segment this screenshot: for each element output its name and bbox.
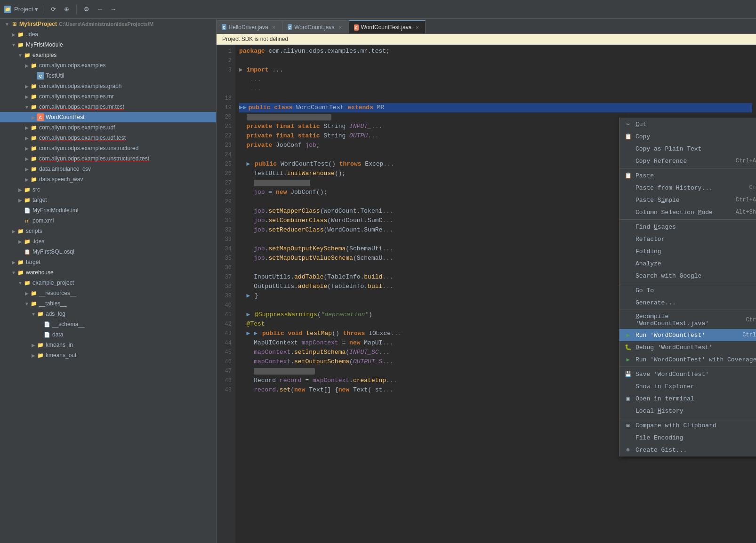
sidebar-item-ambulance[interactable]: ▶ 📁 data.ambulance_csv bbox=[0, 164, 216, 174]
tab-hello-close[interactable]: × bbox=[271, 24, 277, 31]
sidebar-item-examples-unstructured[interactable]: ▶ 📁 com.aliyun.odps.examples.unstructure… bbox=[0, 143, 216, 153]
sidebar-item-example-project[interactable]: ▼ 📁 example_project bbox=[0, 278, 216, 288]
cm-item-folding[interactable]: Folding ▶ bbox=[619, 245, 756, 257]
run-coverage-icon: ▶ bbox=[624, 356, 632, 363]
cm-item-run[interactable]: ▶ Run 'WordCountTest' Ctrl+Shift+F10 bbox=[619, 329, 756, 341]
cm-sep-2 bbox=[619, 219, 756, 220]
sidebar-item-examples-base[interactable]: ▶ 📁 com.aliyun.odps.examples bbox=[0, 60, 216, 71]
cm-item-save[interactable]: 💾 Save 'WordCountTest' bbox=[619, 368, 756, 380]
arrow-wordcounttest: ▶ bbox=[30, 115, 37, 120]
cm-item-paste-simple[interactable]: Paste Simple Ctrl+Alt+Shift+V bbox=[619, 194, 756, 206]
notification-bar: Project SDK is not defined bbox=[217, 34, 756, 45]
sidebar-item-iml[interactable]: ▶ 📄 MyFristModule.iml bbox=[0, 205, 216, 216]
sidebar-item-ads-log[interactable]: ▼ 📁 ads_log bbox=[0, 309, 216, 319]
toolbar-btn-settings[interactable]: ⚙ bbox=[81, 4, 92, 15]
sidebar-item-testutil[interactable]: ▶ c TestUtil bbox=[0, 71, 216, 81]
sidebar-item-myfristmodule[interactable]: ▼ 📁 MyFristModule bbox=[0, 40, 216, 50]
scripts-idea-icon: 📁 bbox=[24, 238, 31, 245]
debug-icon: 🐛 bbox=[624, 343, 632, 351]
toolbar-btn-back[interactable]: ← bbox=[95, 4, 105, 15]
sidebar-item-examples[interactable]: ▼ 📁 examples bbox=[0, 50, 216, 60]
toolbar-btn-forward[interactable]: → bbox=[108, 4, 118, 15]
cm-item-analyze[interactable]: Analyze ▶ bbox=[619, 257, 756, 270]
sidebar-item-examples-unstructured-test[interactable]: ▶ 📁 com.aliyun.odps.examples.unstructure… bbox=[0, 153, 216, 164]
sidebar-item-examples-mr-test[interactable]: ▼ 📁 com.aliyun.odps.examples.mr.test bbox=[0, 102, 216, 112]
toolbar-dropdown-arrow[interactable]: ▾ bbox=[35, 6, 38, 13]
sidebar-item-resources[interactable]: ▶ 📁 __resources__ bbox=[0, 288, 216, 298]
tab-wordcounttest-close[interactable]: × bbox=[414, 24, 420, 31]
create-gist-icon: ⊛ bbox=[624, 446, 632, 454]
main-area: ▼ ⊞ MyfirstProject C:\Users\Administrato… bbox=[0, 19, 756, 543]
cm-item-search-google[interactable]: Search with Google bbox=[619, 270, 756, 282]
cm-item-col-select[interactable]: Column Selection Mode Alt+Shift+Insert bbox=[619, 206, 756, 218]
tables-label: __tables__ bbox=[39, 300, 67, 307]
cm-item-refactor[interactable]: Refactor ▶ bbox=[619, 233, 756, 245]
cm-item-show-explorer[interactable]: Show in Explorer bbox=[619, 380, 756, 392]
cm-item-copy-ref[interactable]: Copy Reference Ctrl+Alt+Shift+C bbox=[619, 155, 756, 167]
sidebar-item-data[interactable]: ▶ 📄 data bbox=[0, 329, 216, 340]
code-editor[interactable]: 1 2 3 . . 18 19 20 21 22 23 24 25 26 27 … bbox=[217, 45, 756, 543]
cm-item-local-history[interactable]: Local History ▶ bbox=[619, 405, 756, 417]
sidebar-item-src[interactable]: ▶ 📁 src bbox=[0, 184, 216, 195]
sidebar-item-project-root[interactable]: ▼ ⊞ MyfirstProject C:\Users\Administrato… bbox=[0, 19, 216, 29]
sidebar-item-schema[interactable]: ▶ 📄 __schema__ bbox=[0, 319, 216, 329]
cm-item-generate[interactable]: Generate... Alt+Insert bbox=[619, 296, 756, 309]
cm-item-copy[interactable]: 📋 Copy Ctrl+C bbox=[619, 130, 756, 143]
generate-icon bbox=[624, 299, 632, 306]
project-sidebar: ▼ ⊞ MyfirstProject C:\Users\Administrato… bbox=[0, 19, 217, 543]
cm-item-recompile[interactable]: Recompile 'WordCountTest.java' Ctrl+Shif… bbox=[619, 311, 756, 329]
sidebar-item-examples-mr[interactable]: ▶ 📁 com.aliyun.odps.examples.mr bbox=[0, 91, 216, 102]
sidebar-item-kmeans-in[interactable]: ▶ 📁 kmeans_in bbox=[0, 340, 216, 350]
toolbar-btn-locate[interactable]: ⊕ bbox=[61, 4, 72, 15]
examples-mr-test-label: com.aliyun.odps.examples.mr.test bbox=[39, 104, 124, 110]
open-terminal-icon: ▣ bbox=[624, 395, 632, 402]
cm-item-goto[interactable]: Go To ▶ bbox=[619, 284, 756, 296]
sql-icon: 📋 bbox=[24, 248, 31, 256]
cm-item-file-encoding[interactable]: File Encoding bbox=[619, 431, 756, 444]
sidebar-item-kmeans-out[interactable]: ▶ 📁 kmeans_out bbox=[0, 350, 216, 360]
examples-udf-test-label: com.aliyun.odps.examples.udf.test bbox=[39, 135, 126, 141]
sidebar-item-target[interactable]: ▶ 📁 target bbox=[0, 257, 216, 267]
cm-item-cut[interactable]: ✂ Cut Ctrl+X bbox=[619, 118, 756, 130]
cm-item-compare-clipboard[interactable]: ⊞ Compare with Clipboard bbox=[619, 419, 756, 431]
examples-udf-icon: 📁 bbox=[30, 124, 38, 131]
arrow-examples-udf-test: ▶ bbox=[24, 136, 30, 141]
cm-item-copy-plain[interactable]: Copy as Plain Text bbox=[619, 143, 756, 155]
sidebar-item-examples-graph[interactable]: ▶ 📁 com.aliyun.odps.examples.graph bbox=[0, 81, 216, 91]
toolbar-title: Project ▾ bbox=[14, 6, 38, 13]
cm-label-col-select: Column Selection Mode bbox=[635, 209, 713, 216]
sidebar-item-examples-udf[interactable]: ▶ 📁 com.aliyun.odps.examples.udf bbox=[0, 122, 216, 133]
cm-item-debug[interactable]: 🐛 Debug 'WordCountTest' bbox=[619, 341, 756, 353]
cm-item-paste[interactable]: 📋 Paste Ctrl+V bbox=[619, 169, 756, 182]
cm-item-find-usages[interactable]: Find Usages Alt+F7 bbox=[619, 221, 756, 233]
arrow-tables: ▼ bbox=[24, 301, 30, 306]
sidebar-item-scripts-idea[interactable]: ▶ 📁 .idea bbox=[0, 236, 216, 247]
cm-sep-6 bbox=[619, 418, 756, 418]
ads-log-icon: 📁 bbox=[37, 310, 44, 318]
sidebar-item-tables[interactable]: ▼ 📁 __tables__ bbox=[0, 298, 216, 309]
sidebar-item-sql[interactable]: ▶ 📋 MyFirstSQL.osql bbox=[0, 247, 216, 257]
sidebar-item-pom[interactable]: ▶ m pom.xml bbox=[0, 216, 216, 226]
sidebar-item-scripts[interactable]: ▶ 📁 scripts bbox=[0, 226, 216, 236]
sidebar-item-speech[interactable]: ▶ 📁 data.speech_wav bbox=[0, 174, 216, 184]
tab-wordcounttest[interactable]: c WordCountTest.java × bbox=[349, 20, 426, 33]
arrow-kmeans-out: ▶ bbox=[30, 353, 37, 358]
cm-item-open-terminal[interactable]: ▣ Open in terminal bbox=[619, 392, 756, 405]
myfristmodule-icon: 📁 bbox=[17, 41, 24, 48]
arrow-idea: ▶ bbox=[10, 32, 17, 37]
arrow-resources: ▶ bbox=[24, 291, 30, 296]
scissors-icon: ✂ bbox=[624, 120, 632, 128]
sidebar-item-idea[interactable]: ▶ 📁 .idea bbox=[0, 29, 216, 40]
sidebar-item-warehouse[interactable]: ▼ 📁 warehouse bbox=[0, 267, 216, 278]
sidebar-item-examples-udf-test[interactable]: ▶ 📁 com.aliyun.odps.examples.udf.test bbox=[0, 133, 216, 143]
cm-item-run-coverage[interactable]: ▶ Run 'WordCountTest' with Coverage bbox=[619, 353, 756, 366]
sidebar-item-wordcounttest[interactable]: ▶ c WordCountTest bbox=[0, 112, 216, 122]
cm-item-create-gist[interactable]: ⊛ Create Gist... bbox=[619, 444, 756, 456]
sidebar-item-target-module[interactable]: ▶ 📁 target bbox=[0, 195, 216, 205]
tab-wordcount[interactable]: c WordCount.java × bbox=[282, 20, 349, 33]
tab-wordcount-close[interactable]: × bbox=[337, 24, 344, 31]
cm-item-paste-history[interactable]: Paste from History... Ctrl+Shift+V bbox=[619, 182, 756, 194]
warehouse-icon: 📁 bbox=[17, 269, 24, 276]
toolbar-btn-refresh[interactable]: ⟳ bbox=[48, 4, 58, 15]
tab-hello[interactable]: c HelloDriver.java × bbox=[217, 20, 282, 33]
